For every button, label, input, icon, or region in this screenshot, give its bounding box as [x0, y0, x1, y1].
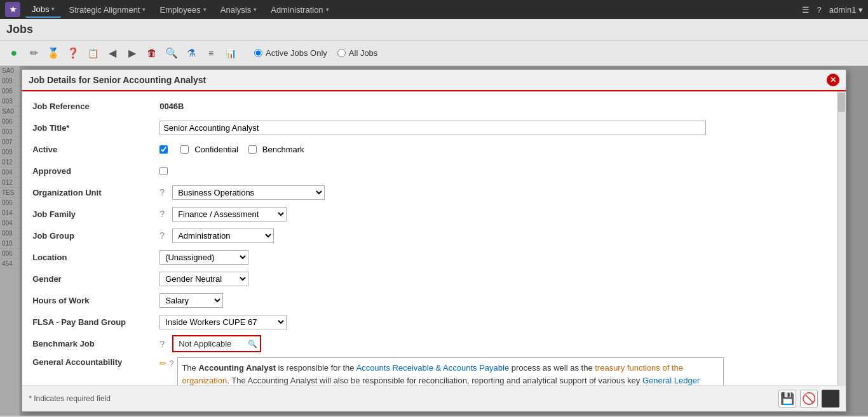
save-button[interactable]: 💾	[778, 390, 796, 407]
modal-close-button[interactable]: ✕	[827, 74, 839, 86]
checkbox-group: Confidential Benchmark	[159, 145, 304, 154]
approved-label: Approved	[32, 166, 159, 176]
help-icon[interactable]: ?	[817, 5, 822, 15]
org-unit-select[interactable]: Business Operations HR Finance IT	[172, 185, 325, 200]
org-unit-help-icon[interactable]: ?	[159, 187, 172, 197]
flsa-row: FLSA - Pay Band Group Inside Workers CUP…	[32, 314, 827, 330]
nav-administration-arrow: ▾	[326, 6, 329, 13]
job-reference-value: 0046B	[159, 102, 827, 111]
nav-strategic-label: Strategic Alignment	[69, 5, 140, 15]
nav-right: ☰ ? admin1 ▾	[802, 5, 863, 15]
hours-select[interactable]: Salary Hourly Part-time	[159, 293, 223, 308]
job-filter-group: Active Jobs Only All Jobs	[254, 48, 377, 58]
job-group-select[interactable]: Administration Operations Technical	[172, 228, 274, 243]
footer-buttons: 💾 🚫	[778, 390, 839, 407]
back-button[interactable]: ◀	[104, 44, 121, 62]
nav-employees-arrow: ▾	[203, 6, 207, 13]
nav-administration-label: Administration	[271, 5, 323, 15]
active-jobs-radio[interactable]	[254, 49, 262, 57]
forward-button[interactable]: ▶	[123, 44, 141, 62]
modal-scrollbar[interactable]	[837, 91, 846, 385]
approved-row: Approved	[32, 162, 827, 179]
badge-button[interactable]: 🏅	[44, 44, 62, 62]
job-family-help-icon[interactable]: ?	[159, 209, 172, 219]
confidential-checkbox[interactable]	[180, 145, 189, 154]
save-icon: 💾	[780, 392, 794, 406]
nav-jobs[interactable]: Jobs ▾	[25, 2, 61, 18]
nav-employees[interactable]: Employees ▾	[153, 3, 212, 17]
app-logo: ★	[5, 2, 20, 17]
active-jobs-option[interactable]: Active Jobs Only	[254, 48, 327, 58]
benchmark-job-help-icon[interactable]: ?	[159, 339, 172, 349]
hours-label: Hours of Work	[32, 296, 159, 305]
copy-button[interactable]: 📋	[84, 44, 102, 62]
search-button[interactable]: 🔍	[163, 44, 180, 62]
benchmark-job-label: Benchmark Job	[32, 339, 159, 348]
edit-button[interactable]: ✏	[25, 44, 43, 62]
flsa-label: FLSA - Pay Band Group	[32, 317, 159, 327]
benchmark-chk-label: Benchmark	[262, 145, 304, 154]
benchmark-checkbox[interactable]	[248, 145, 257, 154]
user-menu[interactable]: admin1 ▾	[829, 5, 863, 15]
add-button[interactable]: ●	[5, 44, 23, 62]
top-nav: ★ Jobs ▾ Strategic Alignment ▾ Employees…	[0, 0, 868, 19]
job-title-input[interactable]	[159, 121, 706, 135]
benchmark-search-icon: 🔍	[248, 340, 257, 348]
extra-button[interactable]	[822, 390, 839, 407]
job-group-row: Job Group ? Administration Operations Te…	[32, 227, 827, 244]
filter-button[interactable]: ⚗	[182, 44, 200, 62]
nav-analysis[interactable]: Analysis ▾	[214, 3, 263, 17]
menu-icon[interactable]: ☰	[802, 5, 810, 15]
job-family-select[interactable]: Finance / Assessment HR Operations	[172, 207, 287, 222]
benchmark-job-row: Benchmark Job ? Not Applicable 🔍	[32, 335, 827, 352]
benchmark-checkbox-item: Benchmark	[248, 145, 304, 154]
gender-select[interactable]: Gender Neutral Male Female	[159, 272, 248, 286]
main-area: SA0 009 006 003 SA0 006 003 007 009 012 …	[0, 66, 868, 416]
nav-analysis-arrow: ▾	[254, 6, 257, 13]
help-button[interactable]: ❓	[64, 44, 82, 62]
general-accountability-text: The Accounting Analyst is responsible fo…	[177, 357, 724, 385]
cancel-button[interactable]: 🚫	[800, 390, 818, 407]
job-reference-row: Job Reference 0046B	[32, 98, 827, 114]
job-family-label: Job Family	[32, 209, 159, 219]
all-jobs-radio[interactable]	[337, 49, 346, 57]
nav-administration[interactable]: Administration ▾	[264, 3, 335, 17]
benchmark-job-value[interactable]: Not Applicable 🔍	[172, 335, 261, 352]
general-edit-icon[interactable]: ✏	[159, 359, 166, 368]
job-title-label: Job Title*	[32, 123, 159, 133]
job-group-help-icon[interactable]: ?	[159, 230, 172, 241]
all-jobs-label: All Jobs	[349, 48, 378, 58]
toolbar: ● ✏ 🏅 ❓ 📋 ◀ ▶ 🗑 🔍 ⚗ ≡ 📊 Active Jobs Only	[0, 41, 868, 66]
modal-title: Job Details for Senior Accounting Analys…	[29, 75, 206, 85]
nav-employees-label: Employees	[159, 5, 200, 15]
active-jobs-label: Active Jobs Only	[266, 48, 327, 58]
confidential-label: Confidential	[194, 145, 238, 154]
modal-overlay: Job Details for Senior Accounting Analys…	[0, 66, 868, 416]
chart-button[interactable]: 📊	[222, 44, 240, 62]
location-select[interactable]: (Unassigned) Head Office Branch A	[159, 250, 248, 265]
modal-header: Job Details for Senior Accounting Analys…	[22, 70, 846, 91]
general-accountability-row: General Accountability ✏ ? The Accountin…	[32, 357, 827, 385]
flsa-select[interactable]: Inside Workers CUPE 67 Outside Workers M…	[159, 315, 287, 329]
all-jobs-option[interactable]: All Jobs	[337, 48, 378, 58]
active-checkbox-item	[159, 145, 170, 154]
nav-items: Jobs ▾ Strategic Alignment ▾ Employees ▾…	[25, 2, 802, 18]
org-unit-row: Organization Unit ? Business Operations …	[32, 184, 827, 201]
active-checkbox[interactable]	[159, 145, 168, 154]
modal-footer: * Indicates required field 💾 🚫	[22, 385, 846, 411]
delete-button[interactable]: 🗑	[143, 44, 161, 62]
nav-analysis-label: Analysis	[220, 5, 251, 15]
gender-row: Gender Gender Neutral Male Female	[32, 270, 827, 287]
nav-jobs-label: Jobs	[32, 4, 49, 14]
job-group-label: Job Group	[32, 231, 159, 241]
gender-label: Gender	[32, 274, 159, 284]
list-button[interactable]: ≡	[202, 44, 220, 62]
location-row: Location (Unassigned) Head Office Branch…	[32, 249, 827, 265]
job-family-row: Job Family ? Finance / Assessment HR Ope…	[32, 206, 827, 222]
nav-strategic-alignment[interactable]: Strategic Alignment ▾	[62, 3, 152, 17]
active-row: Active Confidential Benchmark	[32, 141, 827, 157]
approved-checkbox[interactable]	[159, 167, 168, 175]
modal-body: Job Reference 0046B Job Title* Active	[22, 91, 846, 385]
general-help-icon[interactable]: ?	[169, 359, 173, 368]
active-label: Active	[32, 145, 159, 154]
